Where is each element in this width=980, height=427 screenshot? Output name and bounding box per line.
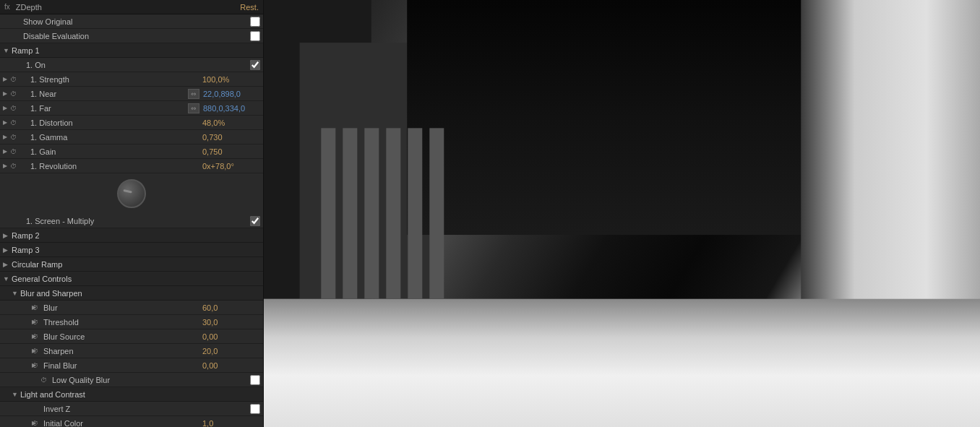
revolution-clock-icon: ⏱	[10, 163, 19, 170]
sharpen-label: Sharpen	[40, 347, 202, 355]
distortion-arrow[interactable]: ▶	[3, 119, 10, 126]
invert-z-checkbox[interactable]	[250, 404, 260, 414]
gamma1-value: 0,730	[202, 133, 260, 142]
light-contrast-arrow	[12, 391, 20, 398]
sharpen-clock-icon: ⏱	[32, 348, 40, 355]
preview-canvas	[264, 0, 980, 427]
ramp1-section[interactable]: Ramp 1	[0, 43, 263, 58]
threshold-label: Threshold	[40, 318, 202, 327]
revolution-value: 0x+78,0°	[202, 162, 260, 171]
sharpen-value: 20,0	[202, 347, 260, 355]
gain1-label: 1. Gain	[19, 147, 202, 156]
panel-scroll[interactable]: ▶ Show Original ▶ Disable Evaluation Ram…	[0, 14, 263, 427]
left-panel: fx ZDepth Rest. ▶ Show Original ▶ Disabl…	[0, 0, 264, 427]
light-contrast-label: Light and Contrast	[20, 390, 85, 399]
strength-clock-icon: ⏱	[10, 76, 19, 83]
blur-sharpen-arrow	[12, 290, 20, 297]
disable-eval-checkbox[interactable]	[250, 31, 260, 41]
light-contrast-section[interactable]: Light and Contrast	[0, 387, 263, 402]
ramp1-on-row: 1. On	[0, 58, 263, 72]
disable-eval-label: Disable Evaluation	[12, 32, 250, 40]
threshold-value: 30,0	[202, 318, 260, 327]
blur-source-arrow[interactable]: ▶	[3, 333, 32, 340]
final-blur-label: Final Blur	[40, 361, 202, 370]
distortion-label: 1. Distortion	[19, 118, 202, 127]
initial-color-clock-icon: ⏱	[32, 420, 40, 427]
general-controls-section[interactable]: General Controls	[0, 272, 263, 286]
gain1-arrow[interactable]: ▶	[3, 148, 10, 155]
ramp1-on-label: 1. On	[23, 61, 250, 69]
ramp1-far-row: ▶ ⏱ 1. Far ⇔ 880,0,334,0	[0, 101, 263, 116]
blur-source-row: ▶ ⏱ Blur Source 0,00	[0, 329, 263, 344]
main-container: fx ZDepth Rest. ▶ Show Original ▶ Disabl…	[0, 0, 980, 427]
circular-ramp-arrow	[3, 261, 12, 268]
low-quality-blur-row: ⏱ Low Quality Blur	[0, 373, 263, 387]
strength-arrow[interactable]: ▶	[3, 76, 10, 82]
ramp2-arrow	[3, 232, 12, 239]
ramp1-on-checkbox[interactable]	[250, 60, 260, 70]
blur-clock-icon: ⏱	[32, 304, 40, 311]
far-label: 1. Far	[19, 104, 188, 113]
ramp3-arrow	[3, 246, 12, 254]
gamma1-arrow[interactable]: ▶	[3, 134, 10, 140]
threshold-clock-icon: ⏱	[32, 319, 40, 326]
distortion-clock-icon: ⏱	[10, 119, 19, 126]
circular-ramp-label: Circular Ramp	[12, 260, 62, 269]
near-value: ⇔ 22,0,898,0	[188, 89, 260, 99]
ramp2-section[interactable]: Ramp 2	[0, 228, 263, 243]
ramp2-label: Ramp 2	[12, 231, 40, 240]
ramp1-distortion-row: ▶ ⏱ 1. Distortion 48,0%	[0, 116, 263, 130]
far-value: ⇔ 880,0,334,0	[188, 103, 260, 113]
invert-z-label: Invert Z	[23, 405, 250, 413]
final-blur-clock-icon: ⏱	[32, 362, 40, 369]
initial-color-row: ▶ ⏱ Initial Color 1,0	[0, 416, 263, 427]
show-original-checkbox[interactable]	[250, 17, 260, 27]
blur-source-clock-icon: ⏱	[32, 333, 40, 340]
ramp1-gain-row: ▶ ⏱ 1. Gain 0,750	[0, 145, 263, 159]
sharpen-arrow[interactable]: ▶	[3, 348, 32, 354]
reset-button[interactable]: Rest.	[240, 3, 259, 12]
gamma1-label: 1. Gamma	[19, 133, 202, 142]
blur-source-value: 0,00	[202, 332, 260, 341]
general-controls-arrow	[3, 275, 12, 282]
final-blur-arrow[interactable]: ▶	[3, 362, 32, 368]
near-arrow[interactable]: ▶	[3, 90, 10, 97]
preview-area: ⌂ (50%) ▼ ⊞ ⊡ 00000 📷 Completa ▣ ⊟ Cámar…	[264, 0, 980, 427]
ramp1-revolution-row: ▶ ⏱ 1. Revolution 0x+78,0°	[0, 159, 263, 173]
far-arrow[interactable]: ▶	[3, 105, 10, 111]
ramp3-section[interactable]: Ramp 3	[0, 243, 263, 257]
screen-multiply-label: 1. Screen - Multiply	[23, 217, 250, 225]
panel-header: fx ZDepth Rest.	[0, 0, 263, 14]
revolution-label: 1. Revolution	[19, 162, 202, 171]
blur-sharpen-label: Blur and Sharpen	[20, 289, 82, 298]
disable-eval-row: ▶ Disable Evaluation	[0, 29, 263, 43]
ramp1-label: Ramp 1	[12, 46, 40, 55]
blur-arrow[interactable]: ▶	[3, 304, 32, 311]
fx-label: fx	[4, 3, 10, 11]
threshold-arrow[interactable]: ▶	[3, 319, 32, 325]
blur-sharpen-section[interactable]: Blur and Sharpen	[0, 286, 263, 301]
panel-title-text: ZDepth	[16, 3, 42, 12]
screen-multiply-checkbox[interactable]	[250, 216, 260, 226]
near-label: 1. Near	[19, 90, 188, 98]
circular-ramp-section[interactable]: Circular Ramp	[0, 257, 263, 272]
show-original-row: ▶ Show Original	[0, 14, 263, 29]
initial-color-arrow[interactable]: ▶	[3, 420, 32, 426]
general-controls-label: General Controls	[12, 275, 72, 283]
revolution-arrow[interactable]: ▶	[3, 163, 10, 169]
blur-row: ▶ ⏱ Blur 60,0	[0, 301, 263, 315]
invert-z-row: Invert Z	[0, 402, 263, 416]
blur-source-label: Blur Source	[40, 332, 202, 341]
gain1-clock-icon: ⏱	[10, 148, 19, 155]
knob-container	[0, 173, 263, 214]
final-blur-row: ▶ ⏱ Final Blur 0,00	[0, 358, 263, 373]
ramp1-near-row: ▶ ⏱ 1. Near ⇔ 22,0,898,0	[0, 87, 263, 101]
blur-value: 60,0	[202, 303, 260, 312]
show-original-label: Show Original	[12, 17, 250, 26]
strength-value: 100,0%	[202, 75, 260, 84]
gain1-value: 0,750	[202, 147, 260, 156]
revolution-knob[interactable]	[117, 179, 146, 208]
low-quality-blur-checkbox[interactable]	[250, 375, 260, 385]
near-clock-icon: ⏱	[10, 90, 19, 98]
blur-label: Blur	[40, 303, 202, 312]
